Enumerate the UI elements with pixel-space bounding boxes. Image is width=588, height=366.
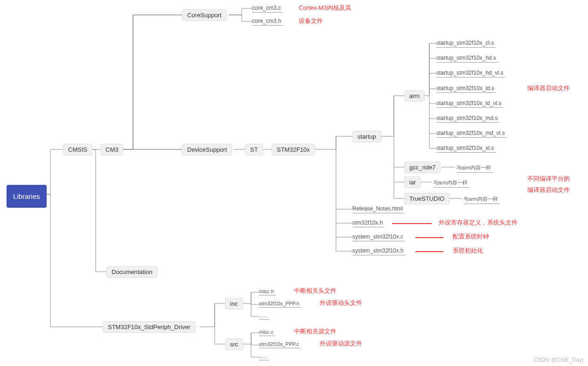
leaf-arm-4: startup_stm32f10x_ld_vl.s bbox=[436, 99, 503, 108]
ann-compiler-startup: 编译器启动文件 bbox=[527, 84, 570, 92]
leaf-arm-7: startup_stm32f10x_xl.s bbox=[436, 144, 496, 153]
ann-src-ppp: 外设驱动源文件 bbox=[320, 339, 362, 348]
node-startup[interactable]: startup bbox=[352, 131, 381, 142]
node-label: Documentation bbox=[112, 268, 152, 275]
node-inc[interactable]: inc bbox=[225, 298, 243, 310]
node-label: DeviceSupport bbox=[187, 146, 227, 153]
red-connector bbox=[392, 223, 432, 224]
node-truestudio[interactable]: TrueSTUDIO bbox=[404, 193, 449, 204]
ann-diff1: 不同编译平台的 bbox=[527, 175, 570, 183]
ann-regdef: 外设寄存器定义，系统头文件 bbox=[439, 218, 518, 227]
node-label: startup bbox=[357, 133, 376, 140]
node-label: Libraries bbox=[13, 192, 40, 200]
node-cm3[interactable]: CM3 bbox=[100, 144, 123, 155]
ann-sysclock: 配置系统时钟 bbox=[453, 232, 489, 241]
leaf-release: Release_Notes.html bbox=[352, 204, 405, 213]
leaf-arm-6: startup_stm32f10x_md_vl.s bbox=[436, 129, 507, 138]
ann-diff2: 编译器启动文件 bbox=[527, 186, 570, 194]
ann-inc-ppp: 外设驱动头文件 bbox=[320, 299, 362, 307]
node-label: STM32F10x_StdPeriph_Driver bbox=[108, 324, 190, 331]
leaf-arm-2: startup_stm32f10x_hd_vl.s bbox=[436, 69, 505, 77]
leaf-src-misc: misc.c bbox=[259, 328, 275, 336]
leaf-inc-misc: misc.h bbox=[259, 288, 276, 296]
ann-core1: Cortex-M3内核及其 bbox=[299, 4, 351, 12]
node-cmsis[interactable]: CMSIS bbox=[63, 144, 92, 155]
node-st[interactable]: ST bbox=[245, 144, 263, 155]
node-devicesupport[interactable]: DeviceSupport bbox=[182, 144, 232, 155]
leaf-ts-same: 与arm内容一样 bbox=[463, 195, 500, 204]
watermark: CSDN @ONE_Day| bbox=[533, 357, 583, 363]
node-arm[interactable]: arm bbox=[404, 90, 425, 102]
node-libraries[interactable]: Libraries bbox=[7, 185, 47, 208]
leaf-iar-same: 与arm内容一样 bbox=[433, 178, 469, 188]
leaf-arm-5: startup_stm32f10x_md.s bbox=[436, 114, 499, 123]
node-label: ST bbox=[250, 146, 258, 153]
node-gcc[interactable]: gcc_ride7 bbox=[404, 162, 441, 173]
ann-src-misc: 中断相关源文件 bbox=[294, 327, 336, 336]
node-label: STM32F10x bbox=[277, 146, 310, 153]
leaf-inc-dots: ...... bbox=[259, 312, 269, 320]
node-label: TrueSTUDIO bbox=[409, 195, 444, 202]
ann-sysinit: 系统初始化 bbox=[453, 246, 483, 255]
leaf-arm-1: startup_stm32f10x_hd.s bbox=[436, 54, 498, 63]
ann-inc-misc: 中断相关头文件 bbox=[294, 287, 336, 295]
connector-lines bbox=[0, 0, 588, 366]
leaf-stm32h: stm32f10x.h bbox=[352, 218, 385, 227]
node-label: gcc_ride7 bbox=[409, 164, 435, 171]
node-stm32f10x[interactable]: STM32F10x bbox=[272, 144, 315, 155]
red-connector bbox=[415, 251, 443, 252]
node-iar[interactable]: iar bbox=[404, 176, 421, 188]
node-label: inc bbox=[230, 300, 238, 307]
leaf-src-ppp: stm32f10x_PPP.c bbox=[259, 340, 301, 348]
leaf-sysc: system_stm32f10x.c bbox=[352, 232, 405, 241]
ann-core2: 设备文件 bbox=[299, 17, 323, 25]
node-stdperiph[interactable]: STM32F10x_StdPeriph_Driver bbox=[103, 321, 196, 333]
node-label: CMSIS bbox=[68, 146, 87, 153]
node-documentation[interactable]: Documentation bbox=[106, 266, 157, 278]
node-label: iar bbox=[409, 179, 416, 186]
leaf-core-h: core_cm3.h bbox=[252, 17, 283, 26]
node-label: CM3 bbox=[105, 146, 118, 153]
node-label: CoreSupport bbox=[187, 12, 222, 19]
node-coresupport[interactable]: CoreSupport bbox=[182, 9, 227, 21]
node-label: arm bbox=[409, 92, 420, 99]
node-label: src bbox=[230, 341, 238, 348]
leaf-core-c: core_cm3.c bbox=[252, 4, 283, 13]
red-connector bbox=[415, 237, 443, 238]
leaf-src-dots: ...... bbox=[259, 352, 269, 360]
node-src[interactable]: src bbox=[225, 338, 243, 350]
leaf-arm-3: startup_stm32f10x_ld.s bbox=[436, 84, 496, 93]
leaf-arm-0: startup_stm32f10x_cl.s bbox=[436, 39, 496, 48]
leaf-inc-ppp: stm32f10x_PPP.h bbox=[259, 300, 301, 308]
leaf-sysh: system_stm32f10x.h bbox=[352, 246, 406, 255]
leaf-gcc-same: 与arm内容一样 bbox=[456, 163, 493, 173]
